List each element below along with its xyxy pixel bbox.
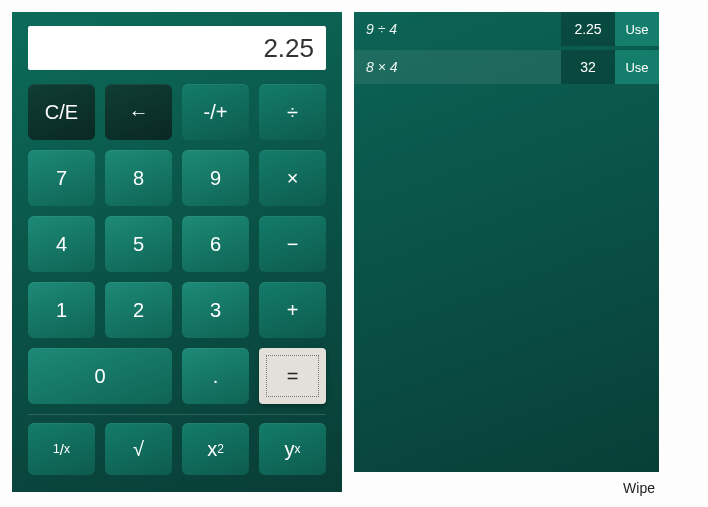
power-exp: x (295, 442, 301, 456)
calculator-panel: 2.25 C/E ← -/+ ÷ 7 8 9 × 4 5 6 − 1 2 3 +… (12, 12, 342, 492)
wipe-button[interactable]: Wipe (354, 472, 659, 496)
history-panel: 9 ÷ 4 2.25 Use 8 × 4 32 Use (354, 12, 659, 472)
digit-7-button[interactable]: 7 (28, 150, 95, 206)
digit-5-button[interactable]: 5 (105, 216, 172, 272)
digit-1-button[interactable]: 1 (28, 282, 95, 338)
digit-6-button[interactable]: 6 (182, 216, 249, 272)
decimal-button[interactable]: . (182, 348, 249, 404)
backspace-button[interactable]: ← (105, 84, 172, 140)
history-wrapper: 9 ÷ 4 2.25 Use 8 × 4 32 Use Wipe (354, 12, 659, 496)
keypad: C/E ← -/+ ÷ 7 8 9 × 4 5 6 − 1 2 3 + 0 . … (28, 84, 326, 404)
history-use-button[interactable]: Use (615, 12, 659, 46)
clear-button[interactable]: C/E (28, 84, 95, 140)
digit-0-button[interactable]: 0 (28, 348, 172, 404)
inverse-button[interactable]: 1/x (28, 423, 95, 475)
sign-button[interactable]: -/+ (182, 84, 249, 140)
plus-button[interactable]: + (259, 282, 326, 338)
multiply-button[interactable]: × (259, 150, 326, 206)
equals-button[interactable]: = (259, 348, 326, 404)
history-row: 8 × 4 32 Use (354, 50, 659, 84)
inverse-numerator: 1 (53, 442, 60, 456)
function-row: 1/x √ x2 yx (28, 423, 326, 475)
square-base: x (207, 438, 217, 461)
sqrt-button[interactable]: √ (105, 423, 172, 475)
history-row: 9 ÷ 4 2.25 Use (354, 12, 659, 46)
history-expression: 9 ÷ 4 (354, 12, 561, 46)
inverse-denominator: x (64, 442, 70, 456)
history-result: 32 (561, 50, 615, 84)
digit-4-button[interactable]: 4 (28, 216, 95, 272)
history-result: 2.25 (561, 12, 615, 46)
power-button[interactable]: yx (259, 423, 326, 475)
digit-9-button[interactable]: 9 (182, 150, 249, 206)
square-button[interactable]: x2 (182, 423, 249, 475)
display-value: 2.25 (263, 33, 314, 64)
history-use-button[interactable]: Use (615, 50, 659, 84)
divide-button[interactable]: ÷ (259, 84, 326, 140)
display: 2.25 (28, 26, 326, 70)
minus-button[interactable]: − (259, 216, 326, 272)
digit-3-button[interactable]: 3 (182, 282, 249, 338)
digit-2-button[interactable]: 2 (105, 282, 172, 338)
separator (28, 414, 326, 415)
power-base: y (285, 438, 295, 461)
square-exp: 2 (217, 442, 224, 456)
history-expression: 8 × 4 (354, 50, 561, 84)
digit-8-button[interactable]: 8 (105, 150, 172, 206)
